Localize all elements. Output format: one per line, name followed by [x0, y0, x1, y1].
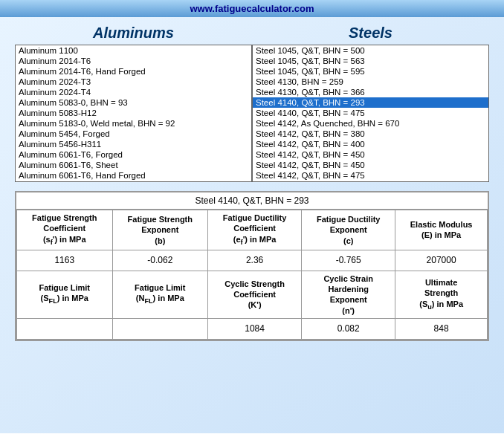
header-fatigue-ductility-coeff: Fatigue DuctilityCoefficient(ef') in MPa — [208, 210, 302, 250]
list-item[interactable]: Aluminum 5083-0, BHN = 93 — [16, 97, 251, 108]
val-fatigue-strength-coeff: 1163 — [17, 250, 113, 271]
list-item[interactable]: Aluminum 5083-H12 — [16, 108, 251, 118]
aluminums-section: Aluminums Aluminum 1100Aluminum 2014-T6A… — [15, 25, 252, 182]
list-item[interactable]: Aluminum 6061-T6, Forged — [16, 149, 251, 160]
val-fatigue-limit-nfl — [112, 318, 208, 339]
list-item[interactable]: Aluminum 6061-T6, Sheet — [16, 160, 251, 170]
list-item[interactable]: Steel 4142, Q&T, BHN = 475 — [253, 170, 488, 181]
properties-section: Steel 4140, Q&T, BHN = 293 Fatigue Stren… — [15, 191, 489, 341]
list-item[interactable]: Steel 1045, Q&T, BHN = 563 — [253, 56, 488, 66]
list-item[interactable]: Steel 4142, Q&T, BHN = 380 — [253, 129, 488, 139]
val-cyclic-strength-coeff: 1084 — [208, 318, 302, 339]
val-fatigue-strength-exp: -0.062 — [112, 250, 208, 271]
header-fatigue-strength-exp: Fatigue StrengthExponent(b) — [112, 210, 208, 250]
list-item[interactable]: Steel 4140, Q&T, BHN = 293 — [253, 97, 488, 108]
site-header: www.fatiguecalculator.com — [0, 0, 504, 17]
list-item[interactable]: Steel 1045, Q&T, BHN = 500 — [253, 45, 488, 56]
list-item[interactable]: Aluminum 2024-T4 — [16, 87, 251, 97]
steels-listbox[interactable]: Steel 1045, Q&T, BHN = 500Steel 1045, Q&… — [252, 45, 489, 182]
steels-title: Steels — [252, 25, 489, 42]
val-cyclic-strain-hardening: 0.082 — [302, 318, 395, 339]
val-fatigue-limit-sfl — [17, 318, 113, 339]
list-item[interactable]: Steel 4130, Q&T, BHN = 366 — [253, 87, 488, 97]
list-item[interactable]: Steel 1045, Q&T, BHN = 595 — [253, 66, 488, 77]
list-item[interactable]: Steel 4140, Q&T, BHN = 475 — [253, 108, 488, 118]
list-item[interactable]: Steel 4142, Q&T, BHN = 400 — [253, 139, 488, 149]
prop-values-row2: 1084 0.082 848 — [17, 318, 488, 339]
list-item[interactable]: Aluminum 6061-T6, Hand Forged — [16, 170, 251, 181]
main-content: Aluminums Aluminum 1100Aluminum 2014-T6A… — [0, 17, 504, 433]
properties-table: Fatigue StrengthCoefficient(sf') in MPa … — [16, 210, 488, 340]
val-fatigue-ductility-exp: -0.765 — [302, 250, 395, 271]
header-cyclic-strain-hardening: Cyclic StrainHardeningExponent(n') — [302, 271, 395, 318]
header-fatigue-limit-nfl: Fatigue Limit(NFL) in MPa — [112, 271, 208, 318]
list-item[interactable]: Steel 4142, As Quenched, BHN = 670 — [253, 118, 488, 129]
aluminums-title: Aluminums — [15, 25, 252, 42]
lists-container: Aluminums Aluminum 1100Aluminum 2014-T6A… — [15, 25, 489, 182]
list-item[interactable]: Steel 4142, Q&T, BHN = 450 — [253, 149, 488, 160]
val-elastic-modulus: 207000 — [395, 250, 488, 271]
header-fatigue-strength-coeff: Fatigue StrengthCoefficient(sf') in MPa — [17, 210, 113, 250]
list-item[interactable]: Aluminum 5454, Forged — [16, 129, 251, 139]
header-url: www.fatiguecalculator.com — [190, 3, 314, 14]
header-ultimate-strength: UltimateStrength(Su) in MPa — [395, 271, 488, 318]
prop-headers-row2: Fatigue Limit(SFL) in MPa Fatigue Limit(… — [17, 271, 488, 318]
properties-title: Steel 4140, Q&T, BHN = 293 — [16, 192, 488, 210]
list-item[interactable]: Aluminum 2014-T6 — [16, 56, 251, 66]
list-item[interactable]: Aluminum 5183-0, Weld metal, BHN = 92 — [16, 118, 251, 129]
header-cyclic-strength-coeff: Cyclic StrengthCoefficient(K') — [208, 271, 302, 318]
header-fatigue-ductility-exp: Fatigue DuctilityExponent(c) — [302, 210, 395, 250]
prop-headers-row1: Fatigue StrengthCoefficient(sf') in MPa … — [17, 210, 488, 250]
val-ultimate-strength: 848 — [395, 318, 488, 339]
header-fatigue-limit-sfl: Fatigue Limit(SFL) in MPa — [17, 271, 113, 318]
list-item[interactable]: Steel 4130, BHN = 259 — [253, 77, 488, 87]
prop-values-row1: 1163 -0.062 2.36 -0.765 207000 — [17, 250, 488, 271]
list-item[interactable]: Aluminum 2014-T6, Hand Forged — [16, 66, 251, 77]
list-item[interactable]: Aluminum 1100 — [16, 45, 251, 56]
steels-section: Steels Steel 1045, Q&T, BHN = 500Steel 1… — [252, 25, 489, 182]
list-item[interactable]: Steel 4142, Q&T, BHN = 450 — [253, 160, 488, 170]
list-item[interactable]: Aluminum 2024-T3 — [16, 77, 251, 87]
list-item[interactable]: Aluminum 5456-H311 — [16, 139, 251, 149]
val-fatigue-ductility-coeff: 2.36 — [208, 250, 302, 271]
header-elastic-modulus: Elastic Modulus(E) in MPa — [395, 210, 488, 250]
aluminums-listbox[interactable]: Aluminum 1100Aluminum 2014-T6Aluminum 20… — [15, 45, 252, 182]
